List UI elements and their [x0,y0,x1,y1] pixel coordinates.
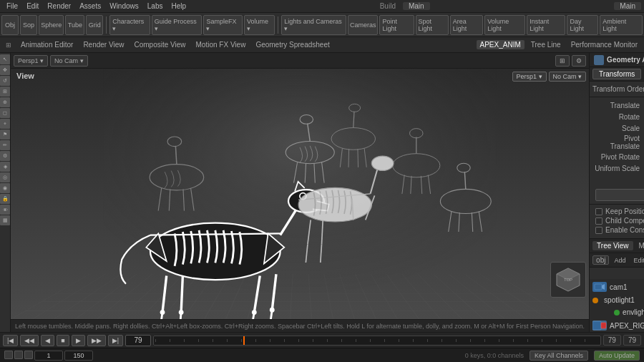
sidebar-capture2-icon[interactable]: ◉ [0,183,10,193]
status-frame-input[interactable] [34,351,63,361]
menu-edit[interactable]: Edit [23,0,42,12]
sidebar-paint-icon[interactable]: ✏ [0,140,10,150]
stb-perf-monitor[interactable]: Performance Monitor [567,40,641,49]
timeline-bar[interactable] [153,336,601,346]
toolbar-day-light[interactable]: Day Light [567,15,598,35]
stb-tree-line[interactable]: Tree Line [527,40,565,49]
toolbar-tube[interactable]: Tube [65,15,84,35]
toolbar-lights-cameras[interactable]: Lights and Cameras ▾ [281,15,346,35]
play-start-btn[interactable]: |◀ [3,335,18,346]
stb-motion-fx[interactable]: Motion FX View [192,40,250,49]
frame-input[interactable] [125,335,151,346]
auto-update-btn[interactable]: Auto Update [594,351,640,361]
toolbar-volume-light[interactable]: Volume Light [484,15,525,35]
viewport[interactable]: Persp1 ▾ No Cam ▾ View TOP [11,69,589,319]
toolbar-point-light[interactable]: Point Light [379,15,414,35]
modify-pre-transforms-area: Modify Pre-Transforms [590,186,644,204]
sidebar-scale-icon[interactable]: ⊞ [0,87,10,97]
status-icon-2[interactable] [14,351,23,359]
toolbar-grid[interactable]: Grid [86,15,103,35]
vp-tb-nocam[interactable]: No Cam ▾ [50,55,88,67]
keep-position-checkbox[interactable] [595,208,602,215]
sidebar-rotate-icon[interactable]: ↺ [0,76,10,86]
toolbar-ambient-light[interactable]: Ambient Light [600,15,643,35]
menu-assets[interactable]: Assets [76,0,104,12]
enable-constraints-item: Enable Constraints [595,226,644,234]
cam1-icon [592,282,607,292]
sidebar-select-icon[interactable]: ↖ [0,54,10,64]
menu-file[interactable]: File [3,0,21,12]
stb-render-view[interactable]: Render View [79,40,127,49]
frame-end-display: 79 [623,335,641,346]
stop-btn[interactable]: ■ [57,335,69,346]
objects-area[interactable]: cam1 spotlight1 spotlight2 envlight1 [590,279,644,332]
pivot-translate-row: Pivot Translate [592,134,644,150]
sidebar-display-icon[interactable]: ▦ [0,215,10,225]
obj-node-cam1[interactable]: cam1 [592,282,644,292]
play-prev-key-btn[interactable]: ◀◀ [20,335,39,346]
sidebar-lock-icon[interactable]: 🔒 [0,194,10,204]
sidebar-flag-icon[interactable]: ⚑ [0,129,10,140]
svg-text:TOP: TOP [564,278,572,282]
status-icon-1[interactable] [4,351,13,359]
toolbar-area-light[interactable]: Area Light [450,15,484,35]
play-end-btn[interactable]: ▶| [108,335,123,346]
geo-tab-transforms[interactable]: Transforms [592,69,641,79]
toolbar-chars[interactable]: Characters ▾ [109,15,150,35]
enable-constraints-checkbox[interactable] [595,227,602,234]
obj-node-envlight1[interactable]: envlight1 [614,308,644,316]
status-fps-input[interactable] [64,351,93,361]
transform-panel: Translate Rotate Scale [590,97,644,186]
toolbar-sphere[interactable]: Sphere [39,15,64,35]
svg-point-39 [270,308,275,313]
sidebar-snap-icon[interactable]: ⌖ [0,119,10,129]
sidebar-vis-icon[interactable]: 👁 [0,205,10,215]
toolbar-spot-light[interactable]: Spot Light [416,15,449,35]
menu-render[interactable]: Render [44,0,74,12]
menu-help[interactable]: Help [167,0,190,12]
child-compensation-checkbox[interactable] [595,217,602,225]
obj-node-apex-rig[interactable]: APEX_RIG [592,321,644,331]
play-next-key-btn[interactable]: ▶▶ [87,335,106,346]
vp-nocam-btn[interactable]: No Cam ▾ [549,72,587,82]
svg-point-46 [298,187,371,222]
toolbar-sop[interactable]: Sop [20,15,37,35]
viewport-label: View [16,72,34,80]
stb-apex-anim[interactable]: APEX_ANIM [477,40,525,49]
toolbar-volume[interactable]: Volume ▾ [244,15,275,35]
nav-cube[interactable]: TOP [550,262,586,298]
sidebar-pose-icon[interactable]: ⚙ [0,151,10,161]
spotlight1-label[interactable]: spotlight1 [604,296,635,304]
stb-geo-spread[interactable]: Geometry Spreadsheet [252,40,333,49]
vp-tb-persp[interactable]: Persp1 ▾ [14,55,48,67]
sidebar-bone-icon[interactable]: ◈ [0,162,10,172]
toolbar-obj[interactable]: Obj [1,15,19,35]
sp-tb-edit[interactable]: Edit [630,255,644,266]
play-back-btn[interactable]: ◀ [41,335,54,346]
svg-line-27 [358,149,358,167]
sidebar-capture-icon[interactable]: ◎ [0,172,10,182]
key-all-channels-btn[interactable]: Key All Channels [530,351,588,361]
toolbar-cameras[interactable]: Cameras [348,15,378,35]
modify-pre-transforms-btn[interactable]: Modify Pre-Transforms [595,189,644,201]
pivot-rotate-row: Pivot Rotate [592,152,644,162]
menu-windows[interactable]: Windows [106,0,142,12]
sidebar-move-icon[interactable]: ✥ [0,65,10,75]
vp-persp-btn[interactable]: Persp1 ▾ [512,72,547,82]
vp-tb-display[interactable]: ⊞ [555,55,570,67]
toolbar-instant-light[interactable]: Instant Light [527,15,565,35]
skeleton-scene-svg [11,69,589,319]
sidebar-cam-icon[interactable]: ◻ [0,108,10,118]
play-fwd-btn[interactable]: ▶ [72,335,85,346]
spt-tree-view[interactable]: Tree View [592,241,633,250]
vp-tb-options[interactable]: ⚙ [572,55,586,67]
sidebar-handle-icon[interactable]: ⊕ [0,97,10,107]
status-icon-3[interactable] [24,351,33,359]
menu-labs[interactable]: Labs [144,0,167,12]
toolbar-guide[interactable]: Guide Process ▾ [152,15,203,35]
stb-anim-editor[interactable]: Animation Editor [17,40,77,49]
spt-material-palette[interactable]: Material Palette [635,241,644,250]
stb-composite-view[interactable]: Composite View [130,40,189,49]
sp-tb-add[interactable]: Add [611,255,628,266]
toolbar-sample[interactable]: SampleFX ▾ [203,15,243,35]
